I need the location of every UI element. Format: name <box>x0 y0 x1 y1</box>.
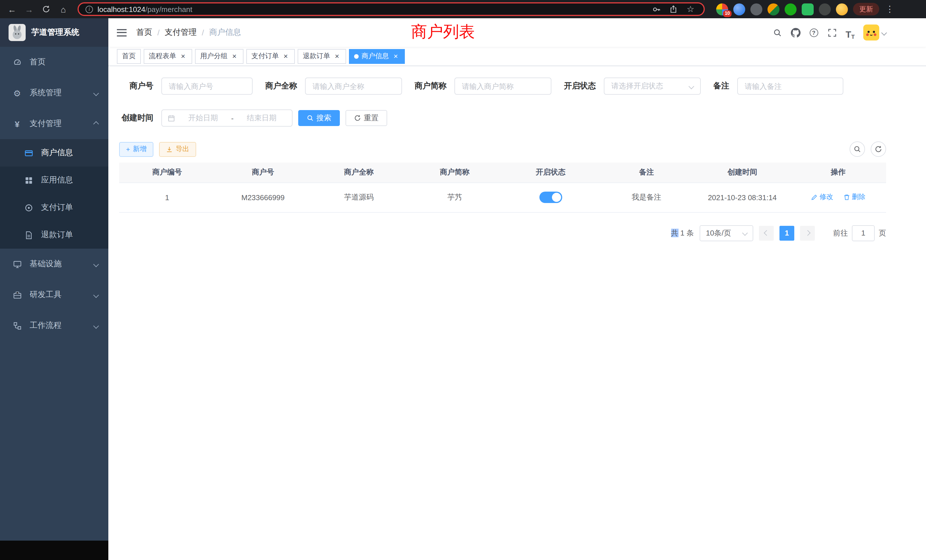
close-icon[interactable]: × <box>230 52 238 60</box>
hide-search-button[interactable] <box>850 141 865 157</box>
add-button-label: 新增 <box>133 144 147 154</box>
browser-toolbar: ← → ⌂ i localhost:1024/pay/merchant ☆ 10 <box>0 0 926 18</box>
site-info-icon[interactable]: i <box>86 5 93 13</box>
sidebar-item-app-info[interactable]: 应用信息 <box>0 166 108 194</box>
sidebar-item-dev-tools[interactable]: 研发工具 <box>0 279 108 310</box>
sidebar-item-infrastructure[interactable]: 基础设施 <box>0 249 108 279</box>
bookmark-star-icon[interactable]: ☆ <box>684 3 697 15</box>
sidebar-item-home[interactable]: 首页 <box>0 47 108 77</box>
breadcrumb-home[interactable]: 首页 <box>136 27 152 38</box>
table-toolbar: + 新增 导出 <box>119 141 886 157</box>
tab-process-form[interactable]: 流程表单× <box>144 49 192 64</box>
share-icon[interactable] <box>667 3 680 15</box>
star-glyph: ☆ <box>687 4 694 14</box>
tab-label: 退款订单 <box>303 51 330 61</box>
breadcrumb-payment[interactable]: 支付管理 <box>165 27 197 38</box>
github-icon[interactable] <box>788 25 803 40</box>
fullscreen-icon[interactable] <box>825 25 839 40</box>
page-number-1[interactable]: 1 <box>779 226 794 241</box>
extension-icon-globe[interactable] <box>750 3 763 15</box>
merchant-short-name-input[interactable] <box>454 77 551 95</box>
extension-icon-colorful[interactable]: 10 <box>716 3 728 15</box>
goto-label: 前往 <box>833 228 848 238</box>
tab-merchant-info[interactable]: 商户信息× <box>349 49 405 64</box>
delete-link[interactable]: 删除 <box>843 192 865 202</box>
filter-row-1: 商户号 商户全称 商户简称 开启状态 请选择开启状态 备注 <box>119 77 886 95</box>
tab-pay-order[interactable]: 支付订单× <box>246 49 295 64</box>
close-icon[interactable]: × <box>179 52 187 60</box>
total-unit: 条 <box>687 229 694 237</box>
status-select[interactable]: 请选择开启状态 <box>604 77 701 95</box>
extension-icon-blue[interactable] <box>733 3 745 15</box>
grid-icon <box>23 176 34 185</box>
cell-create-time: 2021-10-23 08:31:14 <box>694 183 790 212</box>
sidebar-item-merchant-info[interactable]: 商户信息 <box>0 139 108 166</box>
browser-back-button[interactable]: ← <box>6 3 18 15</box>
tab-refund-order[interactable]: 退款订单× <box>298 49 346 64</box>
merchant-no-input[interactable] <box>161 77 253 95</box>
font-size-icon[interactable]: TT <box>843 25 858 40</box>
merchant-short-name-label: 商户简称 <box>415 81 446 91</box>
goto-page-input[interactable] <box>852 225 875 241</box>
sidebar-item-label: 基础设施 <box>30 259 94 269</box>
chevron-up-icon <box>93 121 99 127</box>
sidebar-item-system[interactable]: ⚙ 系统管理 <box>0 77 108 108</box>
forward-icon: → <box>25 4 33 14</box>
browser-menu-icon[interactable]: ⋮ <box>884 4 895 14</box>
extension-icon-dark[interactable] <box>819 3 831 15</box>
edit-link[interactable]: 修改 <box>811 192 833 202</box>
browser-reload-button[interactable] <box>40 3 53 15</box>
target-circle-icon <box>23 203 34 212</box>
font-size-small-glyph: T <box>851 34 855 40</box>
sidebar-item-label: 研发工具 <box>30 290 94 300</box>
chevron-down-icon <box>93 292 99 298</box>
filter-row-2: 创建时间 开始日期 - 结束日期 搜索 <box>119 109 886 127</box>
prev-page-button[interactable] <box>759 226 774 241</box>
close-icon[interactable]: × <box>392 52 400 60</box>
chevron-down-icon <box>688 83 694 89</box>
merchant-name-input[interactable] <box>305 77 402 95</box>
extension-icon-green-note[interactable] <box>802 3 814 15</box>
monitor-icon <box>11 260 23 268</box>
extension-icon-green-circle[interactable] <box>785 3 797 15</box>
column-header: 商户编号 <box>119 162 215 183</box>
tab-home[interactable]: 首页 <box>117 49 141 64</box>
address-bar[interactable]: i localhost:1024/pay/merchant ☆ <box>77 2 705 16</box>
remark-input[interactable] <box>737 77 843 95</box>
sidebar-item-workflow[interactable]: 工作流程 <box>0 310 108 341</box>
tab-user-group[interactable]: 用户分组× <box>195 49 244 64</box>
close-icon[interactable]: × <box>282 52 290 60</box>
user-menu[interactable] <box>863 24 886 41</box>
search-icon <box>307 115 313 121</box>
page-size-select[interactable]: 10条/页 <box>700 225 753 241</box>
hamburger-icon[interactable] <box>117 29 127 36</box>
refresh-icon <box>354 115 361 121</box>
header-search-icon[interactable] <box>770 25 785 40</box>
sidebar-logo[interactable]: 芋道管理系统 <box>0 18 108 47</box>
delete-link-label: 删除 <box>852 192 865 202</box>
export-button[interactable]: 导出 <box>159 142 196 157</box>
help-icon[interactable]: ? <box>806 25 821 40</box>
browser-forward-button[interactable]: → <box>23 3 35 15</box>
end-date-placeholder: 结束日期 <box>237 113 286 123</box>
create-time-range-picker[interactable]: 开始日期 - 结束日期 <box>161 109 292 127</box>
refresh-table-button[interactable] <box>871 141 886 157</box>
sidebar-item-payment[interactable]: ¥ 支付管理 <box>0 108 108 139</box>
extension-icon-avatar[interactable] <box>767 3 779 15</box>
next-page-button[interactable] <box>800 226 815 241</box>
close-icon[interactable]: × <box>333 52 341 60</box>
search-button[interactable]: 搜索 <box>298 110 340 126</box>
sidebar-item-refund-order[interactable]: 退款订单 <box>0 221 108 249</box>
add-button[interactable]: + 新增 <box>119 142 153 157</box>
sidebar-item-pay-order[interactable]: 支付订单 <box>0 194 108 221</box>
status-toggle[interactable] <box>539 192 562 203</box>
password-key-icon[interactable] <box>650 3 663 15</box>
url-path: /pay/merchant <box>145 5 192 14</box>
extension-icon-emoji[interactable] <box>836 3 848 15</box>
breadcrumb: 首页 / 支付管理 / 商户信息 <box>136 27 241 38</box>
reset-button[interactable]: 重置 <box>345 110 387 126</box>
browser-update-button[interactable]: 更新 <box>853 3 879 15</box>
tags-view-bar: 首页 流程表单× 用户分组× 支付订单× 退款订单× 商户信息× <box>108 47 926 66</box>
browser-home-button[interactable]: ⌂ <box>57 3 70 15</box>
chevron-left-icon <box>764 230 769 236</box>
